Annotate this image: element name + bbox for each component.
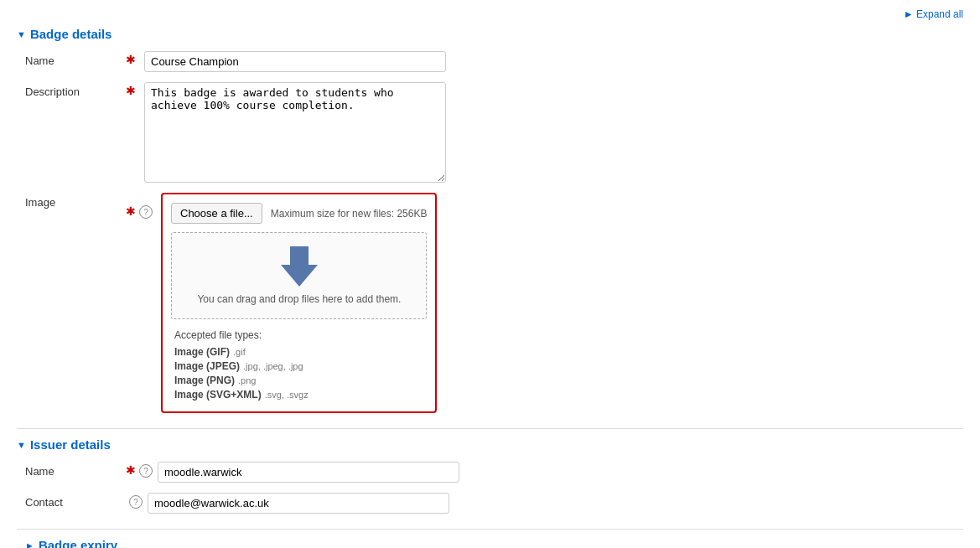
file-type-png: Image (PNG) .png xyxy=(174,375,427,386)
name-row: Name ✱ xyxy=(17,51,963,72)
issuer-details-chevron-icon: ▼ xyxy=(17,440,26,450)
choose-file-button[interactable]: Choose a file... xyxy=(171,203,262,224)
image-required-icon: ✱ xyxy=(126,205,136,217)
badge-expiry-section: ► Badge expiry xyxy=(17,538,963,548)
image-controls: ✱ ? Choose a file... Maximum size for ne… xyxy=(126,193,437,413)
max-size-text: Maximum size for new files: 256KB xyxy=(271,208,428,220)
chevron-right-icon: ► xyxy=(904,8,914,20)
badge-details-header[interactable]: ▼ Badge details xyxy=(17,27,963,41)
expand-all-button[interactable]: ► Expand all xyxy=(17,8,963,20)
drop-zone[interactable]: You can drag and drop files here to add … xyxy=(171,232,427,319)
name-label: Name xyxy=(25,51,126,67)
badge-expiry-header[interactable]: ► Badge expiry xyxy=(17,538,963,548)
image-upload-area: Choose a file... Maximum size for new fi… xyxy=(161,193,437,413)
image-upload-top: Choose a file... Maximum size for new fi… xyxy=(171,203,427,224)
description-required-icon: ✱ xyxy=(126,85,136,96)
drop-arrow-icon xyxy=(281,246,318,287)
image-row: Image ✱ ? Choose a file... Maximum size … xyxy=(17,193,963,413)
badge-details-title: Badge details xyxy=(30,27,112,41)
expand-all-label: Expand all xyxy=(916,8,963,20)
image-label: Image xyxy=(25,193,126,209)
description-row: Description ✱ This badge is awarded to s… xyxy=(17,82,963,183)
issuer-details-section: ▼ Issuer details Name ✱ ? Contact ? xyxy=(17,437,963,514)
name-controls: ✱ xyxy=(126,51,963,72)
badge-details-section: ▼ Badge details Name ✱ Description ✱ Thi… xyxy=(17,27,963,413)
issuer-contact-help-icon[interactable]: ? xyxy=(129,495,143,509)
name-required-icon: ✱ xyxy=(126,54,136,65)
description-label: Description xyxy=(25,82,126,98)
description-controls: ✱ This badge is awarded to students who … xyxy=(126,82,963,183)
file-types-title: Accepted file types: xyxy=(174,329,427,341)
file-type-jpeg: Image (JPEG) .jpg, .jpeg, .jpg xyxy=(174,360,427,372)
drop-text: You can drag and drop files here to add … xyxy=(197,293,401,305)
badge-details-chevron-icon: ▼ xyxy=(17,29,26,39)
issuer-name-label: Name xyxy=(25,462,126,478)
file-type-svg: Image (SVG+XML) .svg, .svgz xyxy=(174,389,427,401)
issuer-contact-controls: ? xyxy=(126,493,963,514)
issuer-contact-label: Contact xyxy=(25,493,126,509)
drop-zone-right: You can drag and drop files here to add … xyxy=(197,246,401,305)
name-input[interactable] xyxy=(144,51,446,72)
image-req-help: ✱ ? xyxy=(126,193,158,219)
issuer-details-header[interactable]: ▼ Issuer details xyxy=(17,437,963,452)
badge-expiry-chevron-icon: ► xyxy=(25,540,34,549)
section-divider-2 xyxy=(17,529,963,530)
section-divider-1 xyxy=(17,428,963,429)
file-type-gif: Image (GIF) .gif xyxy=(174,346,427,358)
issuer-name-controls: ✱ ? xyxy=(126,462,963,483)
issuer-name-input[interactable] xyxy=(158,462,459,483)
description-input[interactable]: This badge is awarded to students who ac… xyxy=(144,82,446,183)
badge-expiry-title: Badge expiry xyxy=(39,538,117,548)
issuer-contact-row: Contact ? xyxy=(17,493,963,514)
issuer-name-row: Name ✱ ? xyxy=(17,462,963,483)
issuer-details-title: Issuer details xyxy=(30,437,111,452)
issuer-name-help-icon[interactable]: ? xyxy=(139,464,153,478)
issuer-name-required-icon: ✱ xyxy=(126,464,136,476)
file-types-section: Accepted file types: Image (GIF) .gif Im… xyxy=(171,329,427,401)
image-help-icon[interactable]: ? xyxy=(139,205,153,219)
issuer-contact-input[interactable] xyxy=(148,493,449,514)
